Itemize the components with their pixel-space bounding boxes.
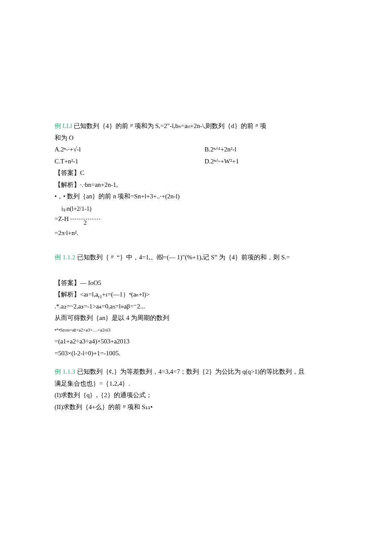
example-1-solution-3: i₁ᵢn(l+2/1-1) =Z-H 2 bbox=[55, 203, 341, 227]
example-2-stem: 例 1.1.2 已知数列｛〃 “｝中，4=1,。⑹=(— 1)"(%+1),记 … bbox=[55, 252, 341, 263]
example-1-choices-cd: C.T+n²-1 D.2ⁿ^·+W²+1 bbox=[55, 156, 341, 167]
frac-numerator: i₁ᵢn(l+2/1-1) bbox=[61, 206, 92, 212]
example-1-label: 例 LLl bbox=[55, 122, 72, 129]
example-2-answer: 【答案】— IoO5 bbox=[55, 278, 341, 289]
example-3-stem-line2: 满足集合也也｝=｛1,2,4｝. bbox=[55, 378, 341, 389]
fraction: 2 bbox=[70, 212, 100, 227]
example-2-solution-4: •*•Szou=aɪ+a2+a3+…+a2oi3 bbox=[55, 325, 341, 335]
example-2-solution-1: 【解析】<aı=l,ar1+ı=(—1）ⁿ(aₙ+l)> bbox=[55, 289, 341, 300]
example-2-solution-3: 从而可得数列｛an｝是以 4 为周期的数列 bbox=[55, 313, 341, 324]
choice-b: B.2ⁿ^¹+2n²‑l bbox=[205, 144, 341, 155]
choice-d: D.2ⁿ^·+W²+1 bbox=[205, 156, 341, 167]
example-2-solution-5: =(a1+a2÷a3÷a4)×503+a2013 bbox=[55, 336, 341, 347]
example-1-answer: 【答案】C bbox=[55, 168, 341, 179]
example-3-part2: (II)求数列｛4+么｝的前〃项和 S₁₁• bbox=[55, 402, 341, 413]
example-1-solution-2: •，• 数列｛an｝的前 n 项和=Sn+l+3+..·+(2n-l) bbox=[55, 191, 341, 202]
example-1-stem-line1: 例 LLl 已知数列｛4｝的前〃项和为 S,=2"‑l,bₙ=aₜₗ+2n‑\,… bbox=[55, 121, 341, 132]
example-2-label: 例 1.1.2 bbox=[55, 254, 75, 261]
example-3-part1: (I)求数列｛q｝,｛2｝的通项公式； bbox=[55, 390, 341, 401]
example-1-stem1: 已知数列｛4｝的前〃项和为 S,=2"‑l,bₙ=aₜₗ+2n‑\,则数列｛d｝… bbox=[72, 122, 266, 129]
frac-denominator: 2 bbox=[84, 220, 86, 226]
example-1-solution-3a: =Z-H bbox=[55, 216, 69, 223]
example-1-solution-1: 【解析】·.·bn=an+2n-1, bbox=[55, 180, 341, 191]
example-3-label: 例 1.1.3 bbox=[55, 368, 75, 375]
example-3-stem-line1: 例 1.1.3 已知数列｛¢,｝为等差数列，4=3,4=7；数列｛2｝为公比为 … bbox=[55, 366, 341, 378]
example-3-stem1: 已知数列｛¢,｝为等差数列，4=3,4=7；数列｛2｝为公比为 q(q>1)的等… bbox=[75, 368, 305, 375]
example-2-solution-6: =503×(l-2-l÷0)+1=-1005. bbox=[55, 348, 341, 359]
choice-c: C.T+n²-1 bbox=[55, 156, 78, 167]
choice-a: A.2ⁿ‑·+√‑l bbox=[55, 144, 81, 155]
example-2-solution-2: .*.a₂=~2,a₃=-1>a₄=0,a₅=l»aβ=⁻2... bbox=[55, 301, 341, 312]
example-1-solution-4: =2π·l+n². bbox=[55, 228, 341, 239]
example-1-stem-line2: 和为 O bbox=[55, 133, 341, 144]
example-1-choices-ab: A.2ⁿ‑·+√‑l B.2ⁿ^¹+2n²‑l bbox=[55, 144, 341, 155]
example-2-stem-text: 已知数列｛〃 “｝中，4=1,。⑹=(— 1)"(%+1),记 S” 为｛4｝前… bbox=[75, 254, 290, 261]
